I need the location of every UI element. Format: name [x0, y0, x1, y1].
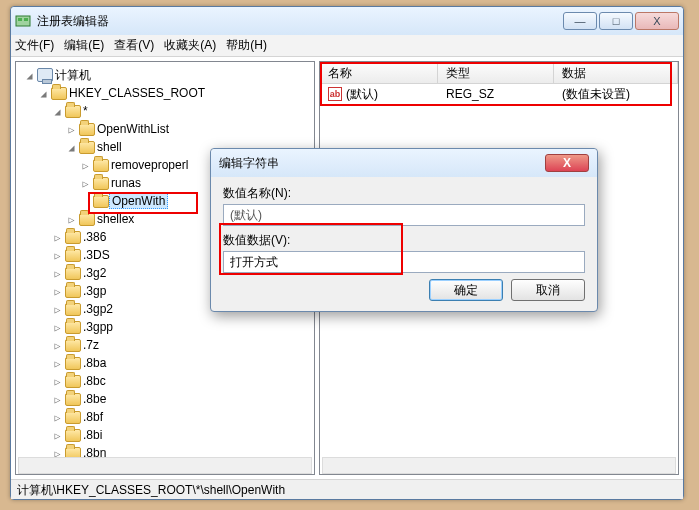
- tree-root-label: 计算机: [55, 67, 91, 84]
- folder-icon: [65, 357, 81, 370]
- tree-hkcr[interactable]: ◢HKEY_CLASSES_ROOT: [22, 84, 314, 102]
- folder-icon: [65, 267, 81, 280]
- window-title: 注册表编辑器: [37, 13, 563, 30]
- tree-item[interactable]: ▷.7z: [22, 336, 314, 354]
- tree-label: HKEY_CLASSES_ROOT: [69, 86, 205, 100]
- string-value-icon: ab: [328, 87, 342, 101]
- tree-label-selected: OpenWith: [109, 193, 168, 209]
- tree-item[interactable]: ▷.8bf: [22, 408, 314, 426]
- value-name-input: [223, 204, 585, 226]
- regedit-icon: [15, 13, 31, 29]
- menubar: 文件(F) 编辑(E) 查看(V) 收藏夹(A) 帮助(H): [11, 35, 683, 57]
- folder-icon: [79, 141, 95, 154]
- folder-icon: [65, 231, 81, 244]
- tree-label: shellex: [97, 212, 134, 226]
- folder-icon: [65, 249, 81, 262]
- tree-label: .3gp: [83, 284, 106, 298]
- tree-label: .3DS: [83, 248, 110, 262]
- folder-icon: [65, 429, 81, 442]
- dialog-titlebar[interactable]: 编辑字符串 X: [211, 149, 597, 177]
- folder-icon: [79, 123, 95, 136]
- folder-icon: [79, 213, 95, 226]
- tree-label: shell: [97, 140, 122, 154]
- folder-icon: [65, 285, 81, 298]
- menu-favorites[interactable]: 收藏夹(A): [164, 37, 216, 54]
- dialog-close-button[interactable]: X: [545, 154, 589, 172]
- edit-string-dialog: 编辑字符串 X 数值名称(N): 数值数据(V): 确定 取消: [210, 148, 598, 312]
- tree-item[interactable]: ▷.8ba: [22, 354, 314, 372]
- value-data-label: 数值数据(V):: [223, 232, 585, 249]
- ok-button[interactable]: 确定: [429, 279, 503, 301]
- dialog-title: 编辑字符串: [219, 155, 545, 172]
- cancel-button[interactable]: 取消: [511, 279, 585, 301]
- menu-help[interactable]: 帮助(H): [226, 37, 267, 54]
- value-name-label: 数值名称(N):: [223, 185, 585, 202]
- tree-label: *: [83, 104, 88, 118]
- tree-root[interactable]: ◢计算机: [22, 66, 314, 84]
- list-header: 名称 类型 数据: [320, 62, 678, 84]
- tree-label: .3gpp: [83, 320, 113, 334]
- folder-icon: [93, 177, 109, 190]
- col-name[interactable]: 名称: [320, 62, 438, 83]
- tree-label: OpenWithList: [97, 122, 169, 136]
- folder-icon: [65, 303, 81, 316]
- col-data[interactable]: 数据: [554, 62, 678, 83]
- tree-label: removeproperl: [111, 158, 188, 172]
- menu-edit[interactable]: 编辑(E): [64, 37, 104, 54]
- folder-icon: [65, 105, 81, 118]
- svg-rect-1: [18, 18, 22, 21]
- folder-icon: [93, 195, 109, 208]
- close-button[interactable]: X: [635, 12, 679, 30]
- tree-hscrollbar[interactable]: [18, 457, 312, 474]
- tree-label: .3gp2: [83, 302, 113, 316]
- col-type[interactable]: 类型: [438, 62, 554, 83]
- value-data-input[interactable]: [223, 251, 585, 273]
- folder-icon: [65, 375, 81, 388]
- tree-label: runas: [111, 176, 141, 190]
- tree-label: .386: [83, 230, 106, 244]
- titlebar[interactable]: 注册表编辑器 — □ X: [11, 7, 683, 35]
- menu-file[interactable]: 文件(F): [15, 37, 54, 54]
- tree-item[interactable]: ▷.8bi: [22, 426, 314, 444]
- list-hscrollbar[interactable]: [322, 457, 676, 474]
- maximize-button[interactable]: □: [599, 12, 633, 30]
- svg-rect-2: [24, 18, 28, 21]
- folder-icon: [65, 393, 81, 406]
- tree-openwithlist[interactable]: ▷OpenWithList: [22, 120, 314, 138]
- tree-label: .8be: [83, 392, 106, 406]
- tree-label: .3g2: [83, 266, 106, 280]
- computer-icon: [37, 68, 53, 82]
- tree-label: .8ba: [83, 356, 106, 370]
- tree-item[interactable]: ▷.8bc: [22, 372, 314, 390]
- folder-icon: [51, 87, 67, 100]
- menu-view[interactable]: 查看(V): [114, 37, 154, 54]
- value-name: (默认): [346, 86, 378, 103]
- tree-label: .8bi: [83, 428, 102, 442]
- tree-star[interactable]: ◢*: [22, 102, 314, 120]
- tree-item[interactable]: ▷.8be: [22, 390, 314, 408]
- minimize-button[interactable]: —: [563, 12, 597, 30]
- folder-icon: [65, 411, 81, 424]
- tree-item[interactable]: ▷.3gpp: [22, 318, 314, 336]
- statusbar: 计算机\HKEY_CLASSES_ROOT\*\shell\OpenWith: [11, 479, 683, 499]
- status-path: 计算机\HKEY_CLASSES_ROOT\*\shell\OpenWith: [17, 483, 285, 497]
- tree-label: .8bf: [83, 410, 103, 424]
- folder-icon: [93, 159, 109, 172]
- tree-label: .7z: [83, 338, 99, 352]
- folder-icon: [65, 321, 81, 334]
- list-row[interactable]: ab (默认) REG_SZ (数值未设置): [320, 84, 678, 104]
- value-type: REG_SZ: [438, 85, 554, 103]
- value-data: (数值未设置): [554, 84, 678, 105]
- tree-label: .8bc: [83, 374, 106, 388]
- folder-icon: [65, 339, 81, 352]
- window-buttons: — □ X: [563, 12, 679, 30]
